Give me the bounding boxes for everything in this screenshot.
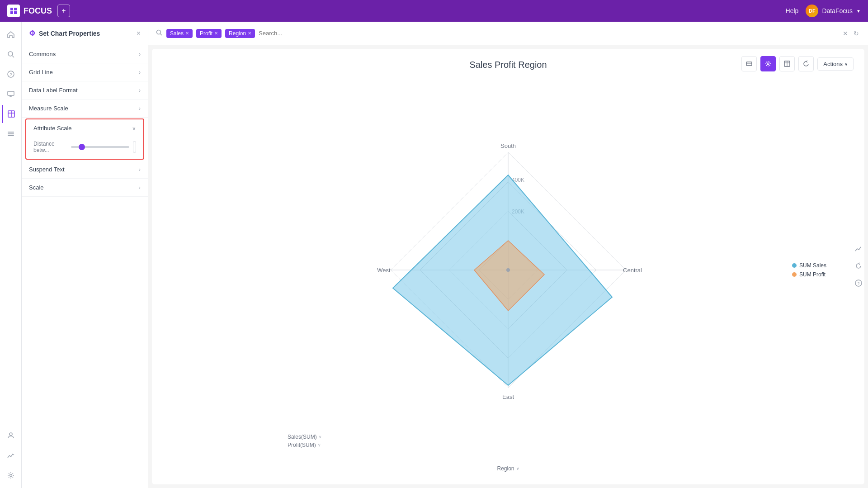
tag-sales: Sales ✕ [166, 29, 193, 38]
search-actions: ✕ ↻ [841, 28, 861, 39]
svg-rect-3 [14, 11, 17, 14]
svg-text:South: South [500, 142, 516, 149]
topnav: FOCUS + Help DF DataFocus ▼ [0, 0, 868, 22]
legend-dot-sum-sales [792, 263, 797, 268]
sidebar-item-settings[interactable] [2, 466, 20, 484]
region-chevron-icon: ∨ [516, 466, 519, 471]
chart-area: Actions ∨ ? Sales Profit Region [152, 49, 864, 484]
tag-region: Region ✕ [225, 29, 255, 38]
chevron-right-icon: › [139, 166, 141, 173]
sidebar-item-layers[interactable] [2, 125, 20, 143]
attribute-scale-label: Attribute Scale [33, 125, 72, 132]
bottom-axis-items: Sales(SUM) ∨ Profit(SUM) ∨ [288, 434, 322, 448]
sidebar-item-search[interactable] [2, 45, 20, 63]
svg-rect-1 [14, 8, 17, 10]
help-link[interactable]: Help [786, 7, 799, 14]
radar-chart-container: 400K 200K South East West Central [163, 77, 854, 462]
axis-item-profit[interactable]: Profit(SUM) ∨ [288, 442, 322, 448]
svg-line-5 [12, 56, 14, 57]
distance-label: Distance betw... [33, 141, 67, 153]
search-clear-button[interactable]: ✕ [841, 28, 850, 39]
tag-region-label: Region [229, 30, 246, 37]
main-content: Sales ✕ Profit ✕ Region ✕ ✕ ↻ [148, 22, 868, 488]
prop-item-data-label-format[interactable]: Data Label Format › [22, 81, 148, 99]
legend-dot-sum-profit [792, 272, 797, 277]
svg-rect-15 [8, 133, 14, 134]
svg-rect-14 [8, 132, 14, 133]
tag-sales-label: Sales [170, 30, 184, 37]
prop-data-label-format-label: Data Label Format [29, 87, 78, 94]
prop-item-commons[interactable]: Commons › [22, 45, 148, 63]
search-refresh-icon[interactable]: ↻ [852, 28, 861, 39]
sidebar-item-table[interactable] [2, 105, 20, 123]
svg-text:East: East [502, 393, 514, 400]
chart-refresh-icon[interactable] [854, 262, 863, 272]
chart-legend: SUM Sales SUM Profit [792, 262, 826, 278]
distance-value-box: ▲ ▼ [133, 141, 136, 153]
svg-point-18 [9, 474, 12, 477]
tag-profit-close[interactable]: ✕ [214, 31, 218, 36]
sidebar-icons: ? [0, 22, 22, 488]
svg-text:Central: Central [623, 267, 642, 274]
chart-toolbar: Actions ∨ [741, 56, 854, 71]
prop-item-suspend-text[interactable]: Suspend Text › [22, 161, 148, 179]
axis-item-sales[interactable]: Sales(SUM) ∨ [288, 434, 322, 440]
add-tab-button[interactable]: + [57, 5, 70, 17]
distance-value-input[interactable] [133, 143, 136, 151]
svg-point-4 [8, 52, 13, 56]
svg-point-23 [767, 63, 769, 65]
svg-point-43 [506, 268, 510, 272]
prop-item-scale[interactable]: Scale › [22, 179, 148, 197]
prop-commons-label: Commons [29, 51, 56, 57]
distance-slider[interactable] [71, 146, 129, 148]
search-input[interactable] [259, 30, 837, 37]
main-layout: ? ⚙ Set Chart Properties × [0, 22, 868, 488]
sidebar-item-home[interactable] [2, 25, 20, 43]
attribute-scale-body: Distance betw... ▲ ▼ [26, 137, 143, 159]
actions-button[interactable]: Actions ∨ [817, 57, 854, 71]
region-label: Region [497, 465, 514, 472]
chevron-right-icon: › [139, 105, 141, 112]
app-name: FOCUS [24, 6, 52, 16]
prop-measure-scale-label: Measure Scale [29, 105, 68, 112]
sidebar-item-analytics[interactable] [2, 446, 20, 464]
svg-line-20 [160, 33, 162, 35]
chart-refresh-button[interactable] [798, 56, 814, 71]
topnav-right: Help DF DataFocus ▼ [786, 5, 861, 17]
sidebar-item-user[interactable] [2, 426, 20, 445]
tag-sales-close[interactable]: ✕ [185, 31, 189, 36]
svg-rect-8 [8, 91, 14, 95]
prop-item-grid-line[interactable]: Grid Line › [22, 63, 148, 81]
chevron-right-icon: › [139, 87, 141, 94]
distance-row: Distance betw... ▲ ▼ [33, 141, 136, 153]
region-axis-label[interactable]: Region ∨ [497, 465, 519, 472]
trend-line-icon[interactable] [854, 245, 863, 255]
chevron-down-icon: ∨ [132, 125, 136, 132]
properties-header: ⚙ Set Chart Properties × [22, 22, 148, 45]
legend-item-sum-profit: SUM Profit [792, 271, 826, 278]
prop-item-measure-scale[interactable]: Measure Scale › [22, 99, 148, 118]
properties-title-text: Set Chart Properties [39, 30, 100, 37]
tag-region-close[interactable]: ✕ [248, 31, 251, 36]
chart-settings-button[interactable] [760, 56, 776, 71]
sidebar-item-monitor[interactable] [2, 85, 20, 103]
attribute-scale-header[interactable]: Attribute Scale ∨ [26, 119, 143, 137]
prop-suspend-text-label: Suspend Text [29, 166, 65, 173]
svg-rect-0 [10, 8, 13, 10]
settings-icon: ⚙ [29, 29, 35, 38]
prop-grid-line-label: Grid Line [29, 69, 53, 76]
chevron-down-icon: ∨ [318, 443, 321, 447]
sidebar-item-help[interactable]: ? [2, 65, 20, 83]
prop-item-attribute-scale: Attribute Scale ∨ Distance betw... ▲ ▼ [25, 118, 144, 160]
chevron-down-icon: ∨ [319, 435, 322, 439]
properties-title: ⚙ Set Chart Properties [29, 29, 100, 38]
chart-type-card-button[interactable] [741, 56, 757, 71]
properties-close-button[interactable]: × [137, 29, 141, 38]
user-menu[interactable]: DF DataFocus ▼ [806, 5, 861, 17]
app-logo: FOCUS [7, 5, 52, 17]
search-icon[interactable] [156, 29, 163, 38]
user-chevron-icon: ▼ [856, 9, 861, 14]
chart-table-button[interactable] [779, 56, 795, 71]
help-icon[interactable]: ? [854, 279, 863, 289]
prop-scale-label: Scale [29, 184, 44, 191]
